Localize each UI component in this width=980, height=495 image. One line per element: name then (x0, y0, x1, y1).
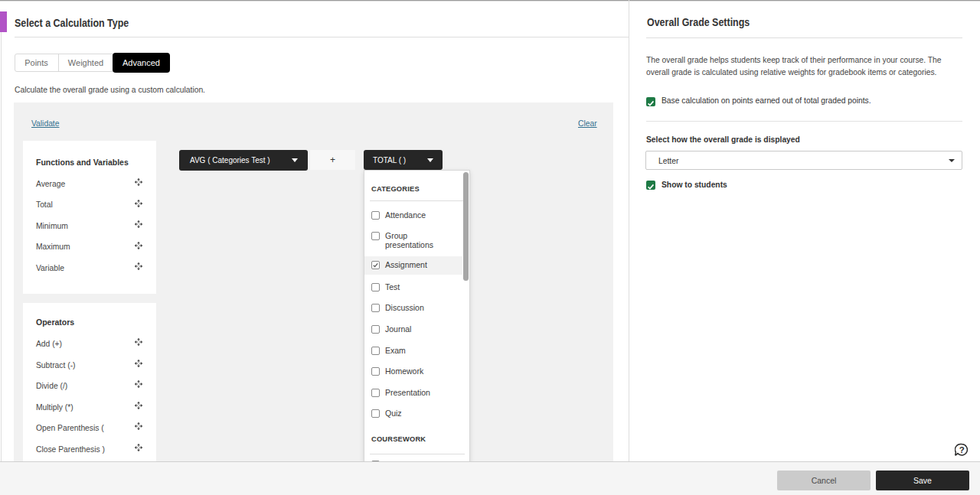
svg-text:?: ? (959, 445, 965, 454)
